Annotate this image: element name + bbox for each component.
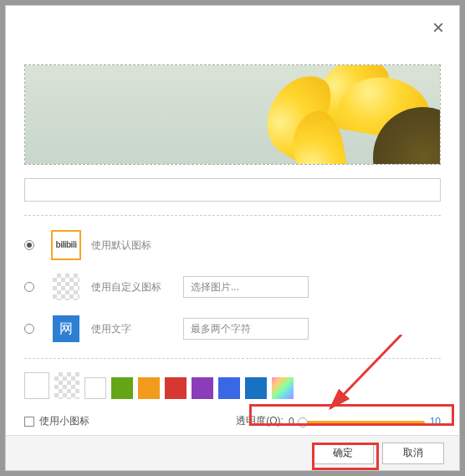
swatch-purple[interactable] bbox=[192, 377, 213, 399]
small-icon-checkbox[interactable] bbox=[24, 417, 34, 427]
transparency-control: 透明度(O): 0 10 bbox=[236, 414, 441, 428]
swatch-blue[interactable] bbox=[218, 377, 240, 399]
small-icon-option[interactable]: 使用小图标 bbox=[24, 414, 89, 428]
option-text-icon[interactable]: 网 使用文字 最多两个字符 bbox=[24, 313, 441, 345]
title-input[interactable] bbox=[24, 178, 441, 202]
cancel-button[interactable]: 取消 bbox=[382, 443, 444, 464]
radio-text-icon[interactable] bbox=[24, 324, 34, 334]
divider bbox=[24, 215, 441, 216]
transparency-min: 0 bbox=[289, 416, 294, 427]
transparency-max: 10 bbox=[430, 416, 441, 427]
radio-custom-icon[interactable] bbox=[24, 282, 34, 292]
custom-icon-label: 使用自定义图标 bbox=[91, 280, 183, 294]
select-image-button[interactable]: 选择图片... bbox=[183, 276, 309, 298]
button-row: 确定 取消 bbox=[6, 435, 459, 470]
option-custom-icon[interactable]: 使用自定义图标 选择图片... bbox=[24, 271, 441, 303]
text-icon-label: 使用文字 bbox=[91, 322, 183, 336]
swatch-custom-color[interactable] bbox=[272, 377, 294, 399]
transparency-slider[interactable] bbox=[299, 417, 425, 427]
ok-button[interactable]: 确定 bbox=[312, 443, 374, 464]
swatch-green[interactable] bbox=[111, 377, 133, 399]
default-icon-thumb: bilibili bbox=[51, 230, 81, 260]
swatch-darkblue[interactable] bbox=[245, 377, 267, 399]
text-icon-input[interactable]: 最多两个字符 bbox=[183, 318, 309, 340]
transparency-label: 透明度(O): bbox=[236, 414, 284, 428]
custom-icon-thumb bbox=[51, 272, 81, 302]
dialog: × bilibili 使用默认图标 使用自定义图标 选择图片... 网 使用文字… bbox=[5, 5, 460, 471]
wang-icon: 网 bbox=[53, 315, 79, 342]
text-icon-thumb: 网 bbox=[51, 314, 81, 344]
swatch-white-large[interactable] bbox=[24, 372, 49, 399]
option-default-icon[interactable]: bilibili 使用默认图标 bbox=[24, 229, 441, 261]
swatch-red[interactable] bbox=[165, 377, 187, 399]
small-icon-label: 使用小图标 bbox=[39, 414, 89, 428]
close-icon[interactable]: × bbox=[432, 18, 444, 38]
radio-default-icon[interactable] bbox=[24, 240, 34, 250]
swatch-white[interactable] bbox=[84, 377, 106, 399]
divider-2 bbox=[24, 358, 441, 359]
color-swatch-row bbox=[24, 372, 441, 399]
swatch-orange[interactable] bbox=[138, 377, 160, 399]
swatch-transparent-large[interactable] bbox=[54, 372, 79, 399]
preview-image bbox=[24, 64, 441, 165]
bilibili-icon: bilibili bbox=[56, 241, 77, 249]
default-icon-label: 使用默认图标 bbox=[91, 238, 183, 253]
